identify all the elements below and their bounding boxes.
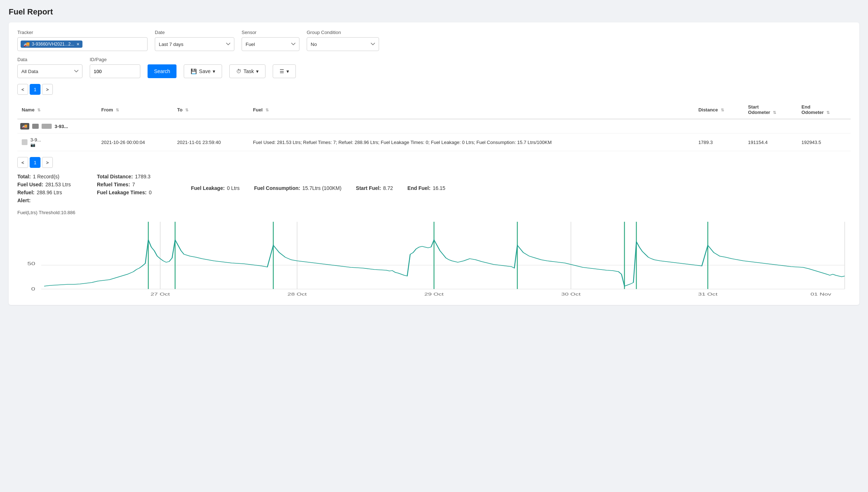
table-row: 🚚 3-93... xyxy=(17,119,851,133)
chart-title: Fuel(Ltrs) Threshold:10.886 xyxy=(17,210,851,215)
col-from: From ⇅ xyxy=(97,101,173,119)
group-distance xyxy=(694,119,744,133)
report-table: Name ⇅ From ⇅ To ⇅ Fuel ⇅ xyxy=(17,101,851,151)
summary-refuel-times: Refuel Times: 7 xyxy=(97,182,191,187)
col-to-label: To xyxy=(177,107,183,113)
sort-name-icon[interactable]: ⇅ xyxy=(37,108,41,113)
save-icon: 💾 xyxy=(191,68,197,74)
date-group: Date Last 7 days Last 30 days Custom Ran… xyxy=(155,30,234,51)
summary-start-fuel: Start Fuel: 8.72 xyxy=(356,185,393,191)
date-select[interactable]: Last 7 days Last 30 days Custom Range xyxy=(155,37,234,51)
chart-container: 0 50 xyxy=(17,218,851,298)
form-row-2: Data All Data Summary Only ID/Page Searc… xyxy=(17,57,851,78)
current-page-button-bottom[interactable]: 1 xyxy=(30,157,41,168)
table-wrap: Name ⇅ From ⇅ To ⇅ Fuel ⇅ xyxy=(17,101,851,151)
sub-row-name: 3-9... xyxy=(30,137,41,143)
col-fuel: Fuel ⇅ xyxy=(248,101,694,119)
svg-text:28 Oct: 28 Oct xyxy=(288,292,307,296)
search-button[interactable]: Search xyxy=(148,64,176,78)
summary-alert: Alert: xyxy=(17,198,97,203)
sort-end-odo-icon[interactable]: ⇅ xyxy=(826,110,830,115)
svg-text:27 Oct: 27 Oct xyxy=(150,292,170,296)
col-start-odometer-label: StartOdometer xyxy=(748,104,770,115)
id-page-label: ID/Page xyxy=(90,57,140,62)
col-name-label: Name xyxy=(22,107,34,113)
col-fuel-label: Fuel xyxy=(253,107,263,113)
col-end-odometer-label: EndOdometer xyxy=(801,104,824,115)
group-to xyxy=(173,119,249,133)
sort-fuel-icon[interactable]: ⇅ xyxy=(265,108,269,113)
data-group: Data All Data Summary Only xyxy=(17,57,82,78)
col-from-label: From xyxy=(101,107,113,113)
tracker-tag: 🚚 3-93660/VH2021...2... × xyxy=(21,41,82,48)
sort-to-icon[interactable]: ⇅ xyxy=(185,108,188,113)
pagination-top: < 1 > xyxy=(17,84,851,95)
data-label: Data xyxy=(17,57,82,62)
summary-total: Total: 1 Record(s) xyxy=(17,174,97,179)
prev-page-button-bottom[interactable]: < xyxy=(17,157,28,168)
list-button[interactable]: ☰ ▾ xyxy=(273,64,296,78)
sort-from-icon[interactable]: ⇅ xyxy=(116,108,119,113)
task-label: Task xyxy=(243,68,254,74)
svg-text:31 Oct: 31 Oct xyxy=(698,292,718,296)
group-fuel xyxy=(248,119,694,133)
sub-row-icon xyxy=(22,139,27,145)
data-from: 2021-10-26 00:00:04 xyxy=(97,133,173,151)
id-page-group: ID/Page xyxy=(90,57,140,78)
summary-section: Total: 1 Record(s) Fuel Used: 281.53 Ltr… xyxy=(17,168,851,206)
row-group-name: 3-93... xyxy=(55,124,68,129)
sort-start-odo-icon[interactable]: ⇅ xyxy=(773,110,776,115)
group-from xyxy=(97,119,173,133)
svg-text:50: 50 xyxy=(27,261,35,266)
fuel-chart: 0 50 xyxy=(17,218,851,298)
current-page-button[interactable]: 1 xyxy=(30,84,41,95)
main-card: Tracker 🚚 3-93660/VH2021...2... × Date L… xyxy=(9,22,859,305)
svg-text:01 Nov: 01 Nov xyxy=(810,292,831,296)
row-box1-icon xyxy=(32,124,39,129)
col-end-odometer: EndOdometer ⇅ xyxy=(797,101,851,119)
summary-fuel-leakage: Fuel Leakage: 0 Ltrs xyxy=(191,185,239,191)
task-button[interactable]: ⏱ Task ▾ xyxy=(229,64,265,78)
next-page-button[interactable]: > xyxy=(42,84,53,95)
data-distance: 1789.3 xyxy=(694,133,744,151)
summary-fuel-used: Fuel Used: 281.53 Ltrs xyxy=(17,182,97,187)
list-icon: ☰ xyxy=(280,68,284,74)
row-box2-icon xyxy=(42,124,52,129)
tracker-tag-text: 3-93660/VH2021...2... xyxy=(32,42,74,47)
col-distance-label: Distance xyxy=(698,107,718,113)
group-select[interactable]: No Yes xyxy=(307,37,379,51)
group-group: Group Condition No Yes xyxy=(307,30,379,51)
save-label: Save xyxy=(199,68,210,74)
close-icon[interactable]: × xyxy=(76,41,79,47)
save-chevron-icon: ▾ xyxy=(213,68,215,74)
chart-section: Fuel(Ltrs) Threshold:10.886 0 50 xyxy=(17,206,851,298)
tracker-label: Tracker xyxy=(17,30,148,35)
data-to: 2021-11-01 23:59:40 xyxy=(173,133,249,151)
group-start-odo xyxy=(744,119,797,133)
form-row-1: Tracker 🚚 3-93660/VH2021...2... × Date L… xyxy=(17,30,851,51)
save-button[interactable]: 💾 Save ▾ xyxy=(184,64,222,78)
tracker-group: Tracker 🚚 3-93660/VH2021...2... × xyxy=(17,30,148,51)
sub-row-thumb: 📷 xyxy=(30,143,41,147)
pagination-bottom: < 1 > xyxy=(17,157,851,168)
id-page-input[interactable] xyxy=(90,64,140,78)
summary-fuel-leakage-times: Fuel Leakage Times: 0 xyxy=(97,190,191,195)
next-page-button-bottom[interactable]: > xyxy=(42,157,53,168)
tracker-input-container[interactable]: 🚚 3-93660/VH2021...2... × xyxy=(17,37,148,51)
sort-distance-icon[interactable]: ⇅ xyxy=(721,108,724,113)
date-label: Date xyxy=(155,30,234,35)
data-start-odo: 191154.4 xyxy=(744,133,797,151)
sensor-select[interactable]: Fuel Temperature xyxy=(242,37,299,51)
svg-text:29 Oct: 29 Oct xyxy=(424,292,444,296)
col-distance: Distance ⇅ xyxy=(694,101,744,119)
summary-fuel-consumption: Fuel Consumption: 15.7Ltrs (100KM) xyxy=(254,185,341,191)
sensor-label: Sensor xyxy=(242,30,299,35)
col-start-odometer: StartOdometer ⇅ xyxy=(744,101,797,119)
page-title: Fuel Report xyxy=(9,7,859,17)
task-icon: ⏱ xyxy=(236,68,241,74)
data-select[interactable]: All Data Summary Only xyxy=(17,64,82,78)
prev-page-button[interactable]: < xyxy=(17,84,28,95)
svg-text:30 Oct: 30 Oct xyxy=(561,292,581,296)
summary-refuel: Refuel: 288.96 Ltrs xyxy=(17,190,97,195)
col-name: Name ⇅ xyxy=(17,101,97,119)
